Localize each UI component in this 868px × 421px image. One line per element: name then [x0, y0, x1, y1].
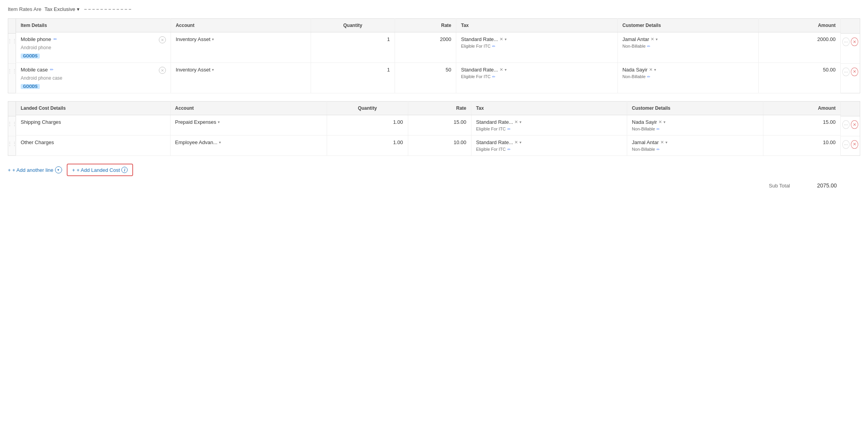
goods-badge-2: GOODS [21, 84, 40, 89]
landed-drag-handle-2[interactable]: ⋮⋮ [8, 136, 16, 156]
landed-qty-cell-2[interactable]: 1.00 [327, 136, 408, 156]
landed-tax-value-1: Standard Rate... [476, 119, 513, 125]
landed-rate-cell-2[interactable]: 10.00 [408, 136, 471, 156]
landed-account-select-2[interactable]: Employee Advan... ▾ [175, 139, 322, 145]
landed-row-menu-btn-1[interactable]: ··· [842, 120, 850, 129]
edit-item-icon-1[interactable]: ✏ [53, 37, 57, 42]
landed-customer-select-1[interactable]: Nada Sayir ✕ ▾ [632, 119, 758, 125]
landed-customer-remove-1[interactable]: ✕ [658, 120, 662, 125]
itc-edit-icon-1[interactable]: ✏ [492, 44, 495, 48]
col-item-details: Item Details [16, 19, 171, 32]
landed-account-select-1[interactable]: Prepaid Expenses ▾ [175, 119, 322, 125]
drag-handle-1[interactable]: ⋮⋮ [8, 34, 16, 64]
edit-item-icon-2[interactable]: ✏ [50, 67, 53, 72]
chevron-down-icon: ▾ [77, 6, 80, 12]
landed-drag-col: ⋮⋮ ⋮⋮ [8, 101, 16, 156]
tax-chevron-1: ▾ [505, 37, 507, 41]
add-landed-cost-button[interactable]: + + Add Landed Cost i [67, 164, 133, 176]
landed-table: Landed Cost Details Account Quantity Rat… [16, 101, 841, 156]
tax-remove-2[interactable]: ✕ [500, 67, 503, 72]
landed-drag-handle-1[interactable]: ⋮⋮ [8, 116, 16, 136]
nonbillable-edit-icon-1[interactable]: ✏ [647, 44, 650, 48]
landed-itc-edit-1[interactable]: ✏ [507, 127, 510, 131]
tax-remove-1[interactable]: ✕ [500, 37, 503, 42]
landed-row-2: Other Charges Employee Advan... ▾ 1.00 1… [16, 136, 841, 156]
landed-row-delete-btn-1[interactable]: ✕ [851, 120, 858, 129]
landed-tax-chevron-1: ▾ [519, 120, 521, 124]
landed-col-amount: Amount [763, 102, 840, 115]
rate-cell-1[interactable]: 2000 [395, 32, 456, 63]
account-select-1[interactable]: Inventory Asset ▾ [176, 36, 306, 42]
landed-rate-cell-1[interactable]: 15.00 [408, 115, 471, 136]
landed-qty-value-1: 1.00 [393, 119, 403, 125]
landed-account-cell-2: Employee Advan... ▾ [170, 136, 327, 156]
quantity-cell-1[interactable]: 1 [311, 32, 395, 63]
landed-tax-select-1[interactable]: Standard Rate... ✕ ▾ [476, 119, 622, 125]
landed-qty-cell-1[interactable]: 1.00 [327, 115, 408, 136]
landed-tax-remove-2[interactable]: ✕ [514, 140, 518, 145]
itc-edit-icon-2[interactable]: ✏ [492, 75, 495, 79]
rate-value-1: 2000 [440, 36, 451, 42]
tax-select-1[interactable]: Standard Rate... ✕ ▾ [461, 36, 613, 42]
landed-details-cell-2: Other Charges [16, 136, 171, 156]
landed-customer-select-2[interactable]: Jamal Antar ✕ ▾ [632, 139, 758, 145]
tax-select-2[interactable]: Standard Rate... ✕ ▾ [461, 67, 613, 73]
landed-qty-value-2: 1.00 [393, 139, 403, 145]
col-quantity: Quantity [311, 19, 395, 32]
landed-tax-select-2[interactable]: Standard Rate... ✕ ▾ [476, 139, 622, 145]
landed-nonbillable-edit-2[interactable]: ✏ [656, 147, 660, 152]
row-delete-btn-1[interactable]: ✕ [851, 37, 858, 46]
landed-tax-remove-1[interactable]: ✕ [514, 120, 518, 125]
landed-row-actions-1: ··· ✕ [841, 116, 860, 136]
landed-customer-value-2: Jamal Antar [632, 139, 659, 145]
item-details-cell-2: Mobile case ✏ ✕ Android phone case GOODS [16, 63, 171, 93]
remove-item-btn-2[interactable]: ✕ [159, 67, 166, 74]
account-value-1: Inventory Asset [176, 36, 210, 42]
landed-action-header-placeholder [841, 102, 860, 116]
customer-cell-1: Jamal Antar ✕ ▾ Non-Billable ✏ [617, 32, 758, 63]
add-another-line-button[interactable]: + + Add another line ▾ [8, 166, 62, 173]
row-delete-btn-2[interactable]: ✕ [851, 68, 858, 76]
subtotal-label: Sub Total [769, 183, 790, 189]
customer-remove-1[interactable]: ✕ [651, 37, 654, 42]
drag-handle-2[interactable]: ⋮⋮ [8, 64, 16, 93]
landed-row-menu-btn-2[interactable]: ··· [842, 140, 850, 149]
quantity-cell-2[interactable]: 1 [311, 63, 395, 93]
landed-customer-remove-2[interactable]: ✕ [660, 140, 664, 145]
landed-amount-cell-1: 15.00 [763, 115, 840, 136]
landed-col-account: Account [170, 102, 327, 115]
row-menu-btn-2[interactable]: ··· [842, 68, 850, 76]
landed-tax-cell-1: Standard Rate... ✕ ▾ Eligible For ITC ✏ [471, 115, 627, 136]
item-desc-2: Android phone case [21, 75, 166, 81]
remove-item-btn-1[interactable]: ✕ [159, 36, 166, 43]
action-header-placeholder [841, 19, 860, 34]
item-name-1: Mobile phone [21, 36, 51, 42]
customer-select-1[interactable]: Jamal Antar ✕ ▾ [623, 36, 754, 42]
nonbillable-edit-icon-2[interactable]: ✏ [647, 75, 650, 79]
customer-remove-2[interactable]: ✕ [649, 67, 653, 72]
add-line-dropdown-icon[interactable]: ▾ [55, 166, 62, 173]
account-chevron-1: ▾ [212, 37, 214, 41]
landed-rate-value-1: 15.00 [454, 119, 466, 125]
footer-row: + + Add another line ▾ + + Add Landed Co… [8, 164, 860, 176]
col-tax: Tax [456, 19, 618, 32]
tax-exclusive-dropdown[interactable]: Tax Exclusive ▾ [44, 6, 80, 12]
account-select-2[interactable]: Inventory Asset ▾ [176, 67, 306, 73]
account-value-2: Inventory Asset [176, 67, 210, 73]
plus-landed-icon: + [72, 167, 75, 173]
add-landed-cost-label: + Add Landed Cost [76, 167, 120, 173]
landed-itc-edit-2[interactable]: ✏ [507, 147, 510, 152]
landed-customer-cell-1: Nada Sayir ✕ ▾ Non-Billable ✏ [627, 115, 763, 136]
landed-customer-chevron-1: ▾ [663, 120, 665, 124]
item-row-actions-2: ··· ✕ [841, 64, 860, 93]
account-cell-1: Inventory Asset ▾ [171, 32, 311, 63]
customer-select-2[interactable]: Nada Sayir ✕ ▾ [623, 67, 754, 73]
itc-label-1: Eligible For ITC [461, 44, 491, 48]
col-account: Account [171, 19, 311, 32]
landed-row-delete-btn-2[interactable]: ✕ [851, 140, 858, 149]
landed-account-value-1: Prepaid Expenses [175, 119, 217, 125]
landed-nonbillable-edit-1[interactable]: ✏ [656, 127, 660, 131]
item-details-cell-1: Mobile phone ✏ ✕ Android phone GOODS [16, 32, 171, 63]
rate-cell-2[interactable]: 50 [395, 63, 456, 93]
row-menu-btn-1[interactable]: ··· [842, 37, 850, 46]
